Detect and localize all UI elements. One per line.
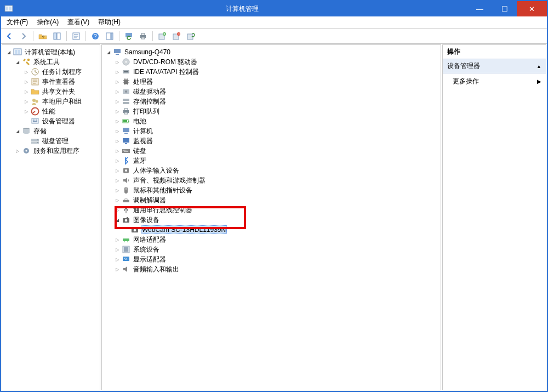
- diskmgr-icon: [31, 137, 39, 145]
- actions-section[interactable]: 设备管理器 ▲: [443, 59, 546, 73]
- tree-item[interactable]: 任务计划程序: [23, 67, 99, 77]
- tree-item-label: 存储控制器: [132, 97, 167, 106]
- expand-collapse-icon[interactable]: [114, 197, 120, 203]
- expand-collapse-icon[interactable]: [114, 109, 120, 114]
- expand-collapse-icon[interactable]: [114, 217, 120, 223]
- tree-item[interactable]: 性能: [23, 106, 99, 116]
- expand-collapse-icon[interactable]: [114, 247, 120, 252]
- cpu-icon: [122, 77, 130, 86]
- tree-item[interactable]: 电池: [114, 116, 439, 126]
- cam-icon: [130, 225, 139, 234]
- menu-help[interactable]: 帮助(H): [95, 16, 124, 28]
- expand-collapse-icon[interactable]: [114, 148, 120, 154]
- menu-file[interactable]: 文件(F): [3, 16, 31, 28]
- expand-collapse-icon[interactable]: [5, 49, 12, 55]
- scan-hardware-button[interactable]: [170, 30, 182, 42]
- expand-collapse-icon[interactable]: [114, 207, 120, 213]
- tree-item[interactable]: 人体学输入设备: [114, 166, 439, 175]
- add-legacy-hw-button[interactable]: [156, 30, 168, 42]
- tree-item[interactable]: 音频输入和输出: [114, 264, 439, 274]
- tree-item[interactable]: WebCam SC-13HDL11939N: [123, 225, 439, 235]
- tree-item[interactable]: 通用串行总线控制器: [114, 205, 439, 215]
- tree-item[interactable]: 键盘: [114, 146, 439, 156]
- expand-collapse-icon[interactable]: [23, 69, 29, 75]
- expand-collapse-icon[interactable]: [114, 99, 120, 104]
- expand-collapse-icon[interactable]: [23, 99, 29, 104]
- tree-item[interactable]: 图像设备: [114, 215, 439, 225]
- tree-item[interactable]: 存储: [14, 126, 99, 136]
- tree-item[interactable]: 磁盘驱动器: [114, 87, 439, 96]
- up-level-button[interactable]: [37, 30, 49, 42]
- actions-more[interactable]: 更多操作 ▶: [443, 73, 546, 89]
- preview-pane-button[interactable]: [104, 30, 116, 42]
- tree-item[interactable]: 共享文件夹: [23, 87, 99, 96]
- net-icon: [122, 235, 130, 244]
- expand-collapse-icon[interactable]: [114, 168, 120, 173]
- expand-collapse-icon[interactable]: [23, 89, 29, 94]
- close-button[interactable]: ✕: [517, 1, 547, 16]
- tree-item[interactable]: 设备管理器: [23, 116, 99, 126]
- nav-forward-button[interactable]: [18, 30, 30, 42]
- tree-item[interactable]: 服务和应用程序: [14, 146, 99, 156]
- uninstall-button[interactable]: [185, 30, 197, 42]
- device-tree-pane[interactable]: Samsung-Q470DVD/CD-ROM 驱动器IDE ATA/ATAPI …: [101, 44, 441, 390]
- refresh-detail-button[interactable]: [123, 30, 135, 42]
- tree-item[interactable]: 事件查看器: [23, 77, 99, 87]
- properties-button[interactable]: [70, 30, 82, 42]
- tree-item[interactable]: 系统工具: [14, 57, 99, 67]
- tree-item[interactable]: 处理器: [114, 77, 439, 87]
- tree-item-label: WebCam SC-13HDL11939N: [141, 225, 227, 234]
- tree-item[interactable]: 计算机管理(本地): [5, 47, 99, 57]
- tree-item[interactable]: 磁盘管理: [23, 136, 99, 146]
- tree-item[interactable]: 打印队列: [114, 106, 439, 116]
- expand-collapse-icon[interactable]: [14, 148, 20, 154]
- tree-item[interactable]: 系统设备: [114, 245, 439, 254]
- expand-collapse-icon[interactable]: [114, 237, 120, 242]
- menu-action[interactable]: 操作(A): [33, 16, 62, 28]
- expand-collapse-icon[interactable]: [105, 49, 111, 55]
- tree-item[interactable]: 显示适配器: [114, 254, 439, 264]
- tree-item[interactable]: 本地用户和组: [23, 96, 99, 106]
- nav-back-button[interactable]: [3, 30, 15, 42]
- tree-item[interactable]: Samsung-Q470: [105, 47, 439, 57]
- help-button[interactable]: [89, 30, 101, 42]
- tree-item[interactable]: 存储控制器: [114, 96, 439, 106]
- tree-item-label: 图像设备: [132, 215, 161, 225]
- tree-item[interactable]: 鼠标和其他指针设备: [114, 185, 439, 195]
- expand-collapse-icon[interactable]: [14, 128, 20, 134]
- expand-collapse-icon[interactable]: [23, 109, 29, 114]
- tree-item[interactable]: 网络适配器: [114, 235, 439, 245]
- expand-collapse-icon[interactable]: [23, 79, 29, 84]
- maximize-button[interactable]: ☐: [492, 1, 517, 16]
- expand-collapse-icon[interactable]: [114, 188, 120, 193]
- tree-item-label: 打印队列: [132, 107, 161, 116]
- console-tree-pane[interactable]: 计算机管理(本地)系统工具任务计划程序事件查看器共享文件夹本地用户和组性能设备管…: [2, 44, 100, 390]
- tree-item-label: 音频输入和输出: [132, 265, 180, 274]
- print-button[interactable]: [137, 30, 149, 42]
- expand-collapse-icon[interactable]: [114, 138, 120, 144]
- tree-item-label: 键盘: [132, 146, 147, 156]
- expand-collapse-icon[interactable]: [114, 118, 120, 124]
- expand-collapse-icon[interactable]: [114, 59, 120, 65]
- tree-item[interactable]: 蓝牙: [114, 156, 439, 166]
- menu-view[interactable]: 查看(V): [64, 16, 93, 28]
- expand-collapse-icon[interactable]: [114, 266, 120, 272]
- tree-item[interactable]: 调制解调器: [114, 195, 439, 205]
- minimize-button[interactable]: —: [467, 1, 492, 16]
- expand-collapse-icon[interactable]: [114, 89, 120, 94]
- tree-item[interactable]: 监视器: [114, 136, 439, 146]
- tree-item-label: 处理器: [132, 77, 154, 87]
- storctl-icon: [122, 97, 130, 106]
- console-tree-button[interactable]: [51, 30, 63, 42]
- tree-item[interactable]: 计算机: [114, 126, 439, 136]
- expand-collapse-icon[interactable]: [114, 128, 120, 134]
- expand-collapse-icon[interactable]: [114, 79, 120, 84]
- expand-collapse-icon[interactable]: [114, 257, 120, 262]
- tree-item[interactable]: 声音、视频和游戏控制器: [114, 175, 439, 185]
- expand-collapse-icon[interactable]: [114, 178, 120, 183]
- expand-collapse-icon[interactable]: [14, 59, 20, 65]
- expand-collapse-icon[interactable]: [114, 158, 120, 163]
- tree-item[interactable]: DVD/CD-ROM 驱动器: [114, 57, 439, 67]
- expand-collapse-icon[interactable]: [114, 69, 120, 75]
- tree-item[interactable]: IDE ATA/ATAPI 控制器: [114, 67, 439, 77]
